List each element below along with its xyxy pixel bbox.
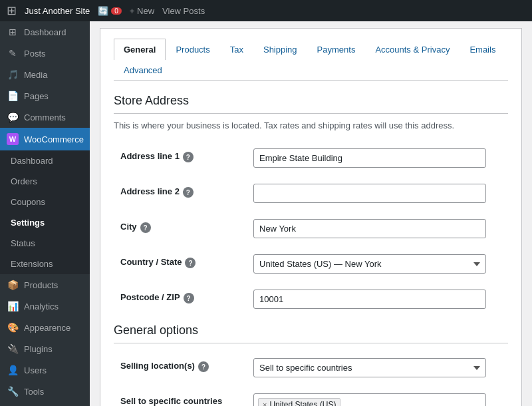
tab-accounts-privacy[interactable]: Accounts & Privacy xyxy=(365,39,460,60)
selling-locations-row: Selling location(s) ? Sell to specific c… xyxy=(114,350,508,385)
updates-item[interactable]: 🔄 0 xyxy=(98,6,122,16)
selling-locations-help-icon[interactable]: ? xyxy=(198,361,209,372)
tools-icon: 🔧 xyxy=(7,386,19,397)
country-label: Country / State xyxy=(120,257,182,267)
city-row: City ? xyxy=(114,211,508,246)
sidebar-label: Tools xyxy=(24,387,44,397)
city-input[interactable] xyxy=(253,219,486,238)
postcode-label: Postcode / ZIP xyxy=(120,292,180,302)
sidebar-item-plugins[interactable]: 🔌 Plugins xyxy=(0,338,90,359)
sidebar-item-tools[interactable]: 🔧 Tools xyxy=(0,381,90,402)
sidebar-item-analytics[interactable]: 📊 Analytics xyxy=(0,296,90,317)
posts-icon: ✎ xyxy=(7,48,19,59)
tag-label: United States (US) xyxy=(269,400,336,406)
appearance-icon: 🎨 xyxy=(7,322,19,333)
comments-icon: 💬 xyxy=(7,112,19,122)
country-row: Country / State ? United States (US) — N… xyxy=(114,246,508,282)
sidebar-item-woocommerce[interactable]: W WooCommerce xyxy=(0,128,90,150)
sidebar-item-coupons[interactable]: Coupons xyxy=(0,192,90,212)
sidebar-label: Appearence xyxy=(24,323,70,333)
sidebar-label: Pages xyxy=(24,91,49,101)
wp-logo-icon[interactable]: ⊞ xyxy=(7,3,17,18)
dashboard-icon: ⊞ xyxy=(7,27,19,37)
sidebar-label: Products xyxy=(24,280,58,290)
tab-shipping[interactable]: Shipping xyxy=(253,39,307,60)
woo-submenu: Dashboard Orders Coupons Settings Status… xyxy=(0,150,90,274)
address1-label: Address line 1 xyxy=(120,151,180,161)
submenu-label: Coupons xyxy=(11,197,45,207)
products-icon: 📦 xyxy=(7,280,19,290)
sidebar-item-comments[interactable]: 💬 Comments xyxy=(0,106,90,128)
country-select[interactable]: United States (US) — New York xyxy=(253,254,486,274)
store-address-title: Store Address xyxy=(114,94,508,114)
postcode-help-icon[interactable]: ? xyxy=(184,293,194,304)
new-item[interactable]: + New xyxy=(130,6,154,16)
address1-row: Address line 1 ? xyxy=(114,140,508,176)
pages-icon: 📄 xyxy=(7,91,19,101)
sidebar-item-settings-main[interactable]: ⚙ Settings xyxy=(0,402,90,406)
sidebar-label: Dashboard xyxy=(24,27,66,37)
view-posts-item[interactable]: View Posts xyxy=(162,6,205,16)
store-address-form: Address line 1 ? Address line 2 ? xyxy=(114,140,508,317)
sidebar-item-dashboard[interactable]: ⊞ Dashboard xyxy=(0,21,90,43)
selling-locations-label: Selling location(s) xyxy=(120,361,195,371)
sidebar-item-settings[interactable]: Settings xyxy=(0,212,90,233)
site-name[interactable]: Just Another Site xyxy=(25,6,90,16)
countries-tag-select[interactable]: × United States (US) xyxy=(253,393,486,406)
admin-bar: ⊞ Just Another Site 🔄 0 + New View Posts xyxy=(0,0,532,21)
store-address-desc: This is where your business is located. … xyxy=(114,120,508,130)
country-tag-us: × United States (US) xyxy=(258,398,340,406)
sidebar-label: Comments xyxy=(24,112,66,122)
sidebar-item-products[interactable]: 📦 Products xyxy=(0,274,90,296)
submenu-label: Extensions xyxy=(11,259,53,269)
plugins-icon: 🔌 xyxy=(7,343,19,354)
sell-to-countries-row: Sell to specific countries × United Stat… xyxy=(114,385,508,406)
site-name-text: Just Another Site xyxy=(25,6,90,16)
submenu-label: Status xyxy=(11,238,35,248)
sidebar-item-status[interactable]: Status xyxy=(0,233,90,254)
city-label: City xyxy=(120,222,137,232)
general-options-title: General options xyxy=(114,323,508,343)
selling-locations-select[interactable]: Sell to specific countries xyxy=(253,358,486,377)
sidebar-item-appearance[interactable]: 🎨 Appearence xyxy=(0,317,90,338)
address1-help-icon[interactable]: ? xyxy=(183,152,194,162)
sidebar-item-media[interactable]: 🎵 Media xyxy=(0,64,90,85)
country-help-icon[interactable]: ? xyxy=(185,258,196,268)
submenu-label: Dashboard xyxy=(11,156,53,166)
tab-products[interactable]: Products xyxy=(166,39,219,60)
content-area: General Products Tax Shipping Payments A… xyxy=(100,28,522,406)
users-icon: 👤 xyxy=(7,365,19,375)
analytics-icon: 📊 xyxy=(7,301,19,311)
view-posts-label: View Posts xyxy=(162,6,205,16)
postcode-row: Postcode / ZIP ? xyxy=(114,282,508,317)
sidebar-item-pages[interactable]: 📄 Pages xyxy=(0,85,90,106)
new-label: + New xyxy=(130,6,154,16)
sidebar-label: Plugins xyxy=(24,344,53,354)
general-options-form: Selling location(s) ? Sell to specific c… xyxy=(114,350,508,406)
sidebar-label: Media xyxy=(24,70,47,80)
tab-tax[interactable]: Tax xyxy=(220,39,253,60)
tab-payments[interactable]: Payments xyxy=(307,39,366,60)
city-help-icon[interactable]: ? xyxy=(140,222,151,233)
postcode-input[interactable] xyxy=(253,290,486,309)
tab-general[interactable]: General xyxy=(114,39,166,60)
address1-input[interactable] xyxy=(253,148,486,168)
tab-emails[interactable]: Emails xyxy=(460,39,505,60)
sidebar-item-users[interactable]: 👤 Users xyxy=(0,359,90,381)
sidebar-item-orders[interactable]: Orders xyxy=(0,171,90,192)
sidebar-item-posts[interactable]: ✎ Posts xyxy=(0,43,90,64)
sidebar-item-extensions[interactable]: Extensions xyxy=(0,254,90,274)
updates-count: 0 xyxy=(111,7,122,15)
sidebar-item-woo-dashboard[interactable]: Dashboard xyxy=(0,150,90,171)
sidebar-label: Users xyxy=(24,365,47,375)
settings-tabs: General Products Tax Shipping Payments A… xyxy=(114,39,508,81)
tag-remove-us[interactable]: × xyxy=(263,401,267,406)
sidebar-label: Analytics xyxy=(24,302,59,311)
sidebar: ⊞ Dashboard ✎ Posts 🎵 Media 📄 Pages 💬 Co… xyxy=(0,21,90,406)
address2-input[interactable] xyxy=(253,184,486,203)
submenu-label: Settings xyxy=(11,218,45,228)
address2-label: Address line 2 xyxy=(120,186,180,196)
address2-help-icon[interactable]: ? xyxy=(183,187,194,198)
woo-icon: W xyxy=(7,133,19,145)
tab-advanced[interactable]: Advanced xyxy=(114,59,172,81)
